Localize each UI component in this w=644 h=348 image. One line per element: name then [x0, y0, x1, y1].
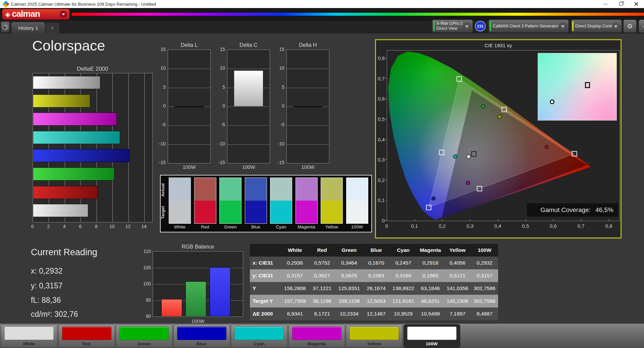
row-label: Y: [250, 282, 281, 295]
measured-marker-magenta: [466, 181, 470, 185]
tick-mark: [470, 219, 470, 221]
cie-x-tick: 0,4: [494, 223, 501, 229]
table-cell: 10,9529: [390, 307, 417, 320]
reading-x: x: 0,2932: [31, 267, 63, 276]
table-cell: 8,4887: [471, 307, 498, 320]
deltae-bar-magenta: [33, 113, 117, 126]
actual-swatch: [245, 178, 267, 201]
pattern-toolbar: WhiteRedGreenBlueCyanMagentaYellow100W ▲…: [0, 323, 644, 348]
meter-count-badge[interactable]: 231: [475, 21, 486, 31]
y-tick-label: 5: [153, 84, 166, 90]
settings-button[interactable]: ⚙: [623, 19, 637, 33]
y-tick-label: 15: [212, 47, 225, 52]
pattern-button-red[interactable]: Red: [58, 324, 115, 348]
tick-mark: [609, 219, 609, 221]
restore-button[interactable]: [613, 0, 629, 8]
pattern-button-100w[interactable]: 100W: [404, 324, 460, 348]
pattern-swatch: [177, 327, 226, 340]
tick-mark: [385, 139, 387, 140]
pattern-button-blue[interactable]: Blue: [173, 324, 230, 348]
tick-mark: [385, 58, 387, 58]
meter-status-accent: [433, 21, 435, 31]
zero-value-bar: [174, 106, 204, 107]
table-cell: 0,3627: [309, 269, 336, 282]
pattern-button-cyan[interactable]: Cyan: [231, 324, 287, 348]
rgb-bar-red: [161, 299, 182, 317]
deltae-bar-cyan: [33, 131, 120, 144]
pattern-label: Blue: [174, 341, 230, 346]
x-tick-label: 10: [110, 224, 115, 229]
pattern-swatch: [350, 327, 399, 340]
display-control-dropdown[interactable]: Direct Display Control: [571, 19, 622, 33]
rgb-bar-green: [185, 281, 206, 317]
pattern-generator-dropdown[interactable]: CalMAN Client 3 Pattern Generator: [488, 19, 569, 33]
tab-history-1[interactable]: History 1: [11, 22, 45, 33]
y-tick-label: 0: [153, 103, 166, 109]
minimize-button[interactable]: [598, 0, 613, 8]
pattern-button-magenta[interactable]: Magenta: [288, 324, 345, 348]
meter-dropdown-chevron[interactable]: [463, 23, 471, 30]
tick-mark: [385, 200, 387, 200]
measured-marker-cyan: [453, 155, 457, 158]
calman-menu-button[interactable]: ◈ calman: [2, 9, 70, 20]
meter-name: X-Rite i1Pro 2: [436, 21, 463, 26]
pattern-label: 100W: [404, 341, 460, 346]
y-tick-label: -5: [153, 122, 166, 127]
pattern-button-white[interactable]: White: [1, 324, 57, 348]
y-tick-label: 15: [272, 47, 284, 52]
actual-swatch: [346, 178, 368, 201]
meter-mode: Direct View: [436, 26, 463, 31]
measured-marker-red: [545, 145, 549, 149]
meter-dropdown[interactable]: X-Rite i1Pro 2 Direct View: [432, 19, 473, 33]
pattern-swatch: [4, 327, 54, 340]
close-button[interactable]: [629, 0, 644, 8]
add-tab-button[interactable]: +: [46, 23, 59, 33]
reading-fl: fL: 88,36: [31, 296, 61, 305]
whitepoint-target-marker: [585, 82, 590, 88]
delta_c-x-label: 100W: [227, 164, 270, 170]
deltae-bar-green: [33, 167, 114, 181]
cie-x-tick: 0,8: [605, 223, 612, 229]
delta_c-bar: [234, 70, 263, 107]
delta_c-chart: [227, 50, 270, 163]
title-bar: Calman 2025 Calman Ultimate for Business…: [0, 0, 644, 8]
swatch-column-yellow: [321, 178, 343, 224]
swatch-column-white: [169, 178, 191, 224]
pattern-button-yellow[interactable]: Yellow: [346, 324, 402, 348]
table-cell: 0,4056: [444, 257, 471, 269]
x-tick-label: 8: [95, 224, 98, 229]
table-cell: 10,2334: [336, 307, 363, 320]
y-tick-label: 10: [272, 65, 284, 71]
row-label: Target Y: [250, 295, 281, 307]
calman-menu-chevron[interactable]: [60, 11, 67, 18]
table-cell: 0,5121: [444, 269, 471, 282]
table-cell: 141,0356: [444, 282, 471, 295]
row-label: x: CIE31: [250, 257, 281, 269]
delta_l-x-label: 100W: [168, 164, 211, 170]
pattern-button-green[interactable]: Green: [116, 324, 172, 348]
tick-mark: [385, 78, 387, 79]
deltae2000-chart-title: DeltaE 2000: [33, 66, 153, 72]
table-cell: 0,2936: [281, 257, 309, 269]
window-title: Calman 2025 Calman Ultimate for Business…: [11, 2, 156, 7]
calman-logo-text: calman: [12, 9, 40, 19]
tick-mark: [385, 119, 387, 119]
target-swatch: [195, 201, 216, 223]
chevron-down-icon: [62, 13, 65, 15]
cie-y-tick: 0,4: [377, 137, 385, 142]
calman-diamond-icon: ◈: [5, 10, 10, 18]
pattern-dropdown-chevron[interactable]: [559, 23, 567, 30]
rgb-y-tick: 95: [137, 297, 151, 303]
actual-swatch: [296, 178, 317, 201]
close-icon: [634, 2, 638, 6]
tab-scroll-button[interactable]: ▶: [1, 21, 10, 33]
table-cell: 156,2808: [281, 282, 309, 295]
pattern-label: Yellow: [346, 341, 402, 346]
pattern-label: Cyan: [231, 341, 287, 346]
table-cell: 125,8351: [336, 282, 363, 295]
chevron-down-icon: [561, 25, 565, 27]
collapse-panel-button[interactable]: ◀: [639, 19, 644, 33]
display-dropdown-chevron[interactable]: [612, 23, 620, 30]
target-swatch: [245, 201, 267, 223]
table-cell: 36,1198: [309, 295, 336, 307]
